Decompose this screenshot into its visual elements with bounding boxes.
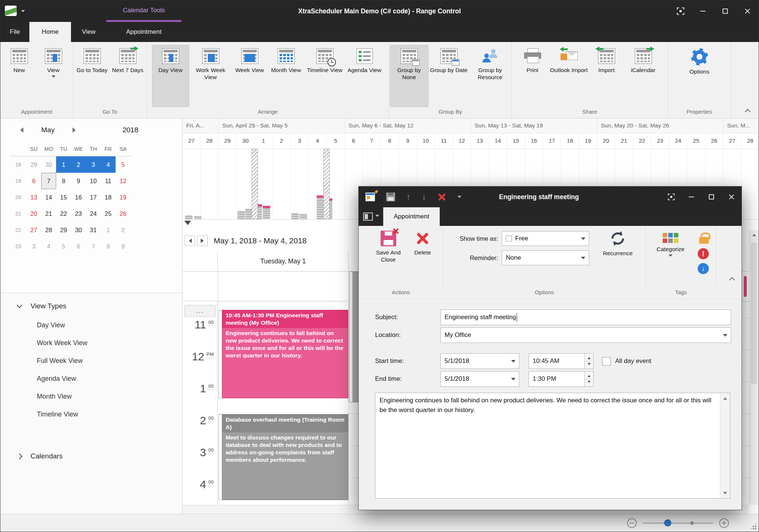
calendar-day-cell[interactable]: 3 [26,238,41,254]
calendar-day-cell[interactable]: 15 [56,189,71,205]
scroll-up-icon[interactable] [749,230,759,240]
calendar-day-cell[interactable]: 13 [26,189,41,205]
more-appointments-button[interactable]: ... [184,305,216,317]
next-appointment-icon[interactable]: ↓ [422,192,426,201]
agenda-view-button[interactable]: Agenda View [345,45,384,107]
new-appointment-icon[interactable]: ★ [365,192,375,201]
calendar-day-cell[interactable]: 27 [26,222,41,238]
calendar-day-cell[interactable]: 20 [26,205,41,222]
range-date-cell[interactable]: 24 [669,133,688,149]
close-icon[interactable] [736,0,759,22]
range-date-cell[interactable]: 6 [345,133,363,149]
zoom-in-icon[interactable] [719,518,729,528]
calendar-day-cell[interactable]: 23 [71,205,86,222]
calendar-day-cell[interactable]: 9 [71,173,86,189]
next-day-appointment-fragment[interactable] [349,272,359,402]
save-and-close-button[interactable]: Save And Close [366,228,410,287]
print-button[interactable]: Print [517,45,548,107]
range-date-cell[interactable]: 27 [723,133,742,149]
tab-view[interactable]: View [71,22,106,42]
appointment-database-overhaul-meeting[interactable]: Database overhaul meeting (Training Room… [219,414,348,500]
spinner-up-icon[interactable] [585,372,593,379]
range-date-cell[interactable]: 28 [201,133,219,149]
prev-month-icon[interactable] [17,127,23,133]
range-date-cell[interactable]: 21 [615,133,633,149]
calendar-day-cell[interactable]: 17 [86,189,101,205]
week-view-button[interactable]: Week View [232,45,267,107]
delete-appointment-icon[interactable] [437,192,446,201]
calendar-day-cell[interactable]: 18 [101,189,116,205]
dialog-maximize-icon[interactable] [701,186,721,207]
new-appointment-button[interactable]: New [3,45,36,107]
calendar-day-cell[interactable]: 26 [116,205,130,222]
options-button[interactable]: Options [681,45,718,107]
low-importance-icon[interactable] [698,263,709,274]
day-view-button[interactable]: Day View [152,45,189,107]
group-by-none-button[interactable]: Group by None [390,45,429,107]
calendar-day-cell[interactable]: 7 [86,238,101,254]
tab-file[interactable]: File [0,22,29,42]
range-date-cell[interactable]: 10 [417,133,435,149]
range-date-cell[interactable]: 20 [597,133,616,149]
day-column-header[interactable]: Tuesday, May 1 [218,252,349,271]
zoom-out-icon[interactable] [627,518,637,528]
recurrence-button[interactable]: Recurrence [594,227,642,257]
view-type-item[interactable]: Timeline View [0,405,182,423]
range-date-cell[interactable]: 19 [579,133,597,149]
vertical-scrollbar[interactable] [749,230,759,505]
dialog-fullscreen-icon[interactable] [661,186,681,207]
end-date-combo[interactable]: 5/1/2018 [440,371,519,387]
range-date-cell[interactable]: 8 [381,133,399,149]
range-date-cell[interactable]: 2 [273,133,291,149]
ribbon-collapse-icon[interactable] [745,109,751,115]
qat-customize-icon[interactable] [458,196,461,200]
range-date-cell[interactable]: 27 [183,133,201,149]
view-type-item[interactable]: Full Week View [0,352,182,370]
calendar-day-cell[interactable]: 24 [86,205,101,222]
show-time-as-combo[interactable]: Free [502,231,589,246]
minimize-icon[interactable] [692,0,714,22]
calendar-day-cell[interactable]: 19 [116,189,130,205]
range-date-cell[interactable]: 5 [327,133,345,149]
high-importance-icon[interactable] [698,248,709,259]
range-date-cell[interactable]: 29 [219,133,237,149]
range-date-cell[interactable]: 12 [453,133,471,149]
calendar-day-cell[interactable]: 3 [86,156,101,173]
start-date-combo[interactable]: 5/1/2018 [440,353,519,369]
calendar-day-cell[interactable]: 8 [56,173,71,189]
app-logo-icon[interactable] [5,6,17,16]
calendar-day-cell[interactable]: 28 [41,222,56,238]
calendar-day-cell[interactable]: 5 [56,238,71,254]
spinner-up-icon[interactable] [585,354,593,361]
maximize-icon[interactable] [714,0,736,22]
calendar-day-cell[interactable]: 10 [86,173,101,189]
resize-grip[interactable] [750,523,756,529]
range-date-cell[interactable]: 17 [543,133,561,149]
next-period-button[interactable] [197,236,208,246]
range-date-cell[interactable]: 1 [255,133,273,149]
location-combo[interactable]: My Office [440,327,731,343]
calendar-day-cell[interactable]: 4 [101,156,116,173]
calendar-day-cell[interactable]: 2 [71,156,86,173]
delete-button[interactable]: Delete [410,228,435,287]
description-textarea[interactable]: Engineering continues to fall behind on … [375,393,730,499]
range-week-header[interactable]: Sun, May 20 - Sat, May 26 [597,119,724,133]
calendar-day-cell[interactable]: 6 [71,238,86,254]
view-types-header[interactable]: View Types [0,296,182,316]
calendar-day-cell[interactable]: 11 [101,173,116,189]
range-week-header[interactable]: Sun, April 29 - Sat, May 5 [219,119,345,133]
previous-appointment-icon[interactable]: ↑ [406,192,411,201]
calendar-day-cell[interactable]: 14 [41,189,56,205]
calendar-day-cell[interactable]: 7 [41,173,56,189]
calendar-day-cell[interactable]: 30 [41,156,56,173]
outlook-import-button[interactable]: Outlook Import [549,45,589,107]
range-date-cell[interactable]: 9 [399,133,417,149]
range-week-header[interactable]: Sun, May 13 - Sat, May 19 [471,119,597,133]
dialog-ribbon-collapse-icon[interactable] [729,277,735,283]
calendar-day-cell[interactable]: 6 [26,173,41,189]
dialog-tab-appointment[interactable]: Appointment [383,207,440,226]
zoom-slider[interactable] [643,522,713,524]
range-week-header[interactable]: Sun, May 6 - Sat, May 12 [345,119,471,133]
all-day-checkbox[interactable] [602,357,611,366]
calendar-day-cell[interactable]: 31 [86,222,101,238]
